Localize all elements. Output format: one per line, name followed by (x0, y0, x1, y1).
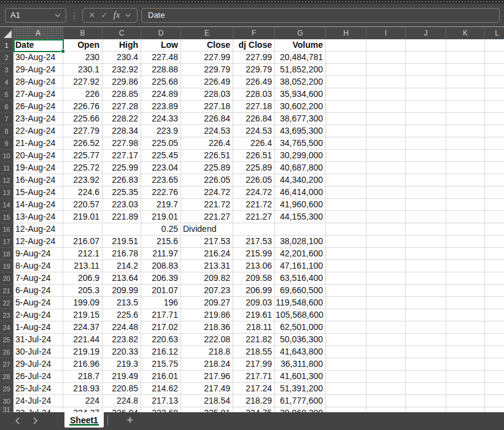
cell-A20[interactable]: 7-Aug-24 (14, 272, 63, 285)
cell-D21[interactable]: 201.07 (141, 285, 181, 297)
cell-C28[interactable]: 219.49 (103, 370, 141, 383)
cell-F27[interactable]: 217.99 (233, 358, 275, 370)
cell-B18[interactable]: 212.1 (63, 248, 103, 260)
cell-I25[interactable] (366, 334, 406, 346)
cell-I9[interactable] (366, 137, 406, 150)
cell-D29[interactable]: 214.62 (141, 383, 181, 395)
cell-A7[interactable]: 23-Aug-24 (14, 113, 63, 125)
cell-A5[interactable]: 27-Aug-24 (14, 88, 63, 101)
cell-A12[interactable]: 16-Aug-24 (14, 174, 63, 186)
cell-I5[interactable] (366, 88, 406, 101)
cell-E7[interactable]: 226.84 (181, 113, 233, 125)
column-header-L[interactable]: L (485, 27, 504, 39)
cell-H20[interactable] (326, 272, 366, 285)
cell-J9[interactable] (406, 137, 446, 150)
cell-F19[interactable]: 213.06 (233, 260, 275, 272)
cell-D7[interactable]: 224.33 (141, 113, 181, 125)
cell-E20[interactable]: 209.82 (181, 272, 233, 285)
cell-C31[interactable]: 226.94 (103, 407, 141, 412)
cell-J3[interactable] (406, 64, 446, 76)
cell-H30[interactable] (326, 395, 366, 407)
cell-J8[interactable] (406, 125, 446, 137)
cell-K29[interactable] (446, 383, 485, 395)
cell-I14[interactable] (366, 199, 406, 211)
cell-L13[interactable] (485, 186, 504, 199)
cell-L8[interactable] (485, 125, 504, 137)
cell-F6[interactable]: 227.18 (233, 101, 275, 113)
cell-I4[interactable] (366, 76, 406, 88)
row-header-16[interactable]: 16 (0, 223, 14, 236)
cell-D16[interactable]: 0.25 (141, 223, 181, 236)
cell-A14[interactable]: 14-Aug-24 (14, 199, 63, 211)
cell-A2[interactable]: 30-Aug-24 (14, 52, 63, 64)
cell-K20[interactable] (446, 272, 485, 285)
cell-B8[interactable]: 227.79 (63, 125, 103, 137)
cell-I19[interactable] (366, 260, 406, 272)
cell-A15[interactable]: 13-Aug-24 (14, 211, 63, 223)
cell-H8[interactable] (326, 125, 366, 137)
cell-I29[interactable] (366, 383, 406, 395)
cell-K27[interactable] (446, 358, 485, 370)
cell-H17[interactable] (326, 236, 366, 248)
cell-L5[interactable] (485, 88, 504, 101)
cell-D5[interactable]: 224.89 (141, 88, 181, 101)
cell-B15[interactable]: 219.01 (63, 211, 103, 223)
chevron-down-icon[interactable] (55, 13, 61, 17)
cell-I31[interactable] (366, 407, 406, 412)
cell-G13[interactable]: 46,414,000 (275, 186, 326, 199)
cell-B26[interactable]: 219.19 (63, 346, 103, 358)
cell-G17[interactable]: 38,028,100 (275, 236, 326, 248)
cell-I7[interactable] (366, 113, 406, 125)
cell-J23[interactable] (406, 309, 446, 321)
cell-K23[interactable] (446, 309, 485, 321)
cell-F5[interactable]: 228.03 (233, 88, 275, 101)
cell-K3[interactable] (446, 64, 485, 76)
cell-F15[interactable]: 221.27 (233, 211, 275, 223)
cell-D12[interactable]: 223.65 (141, 174, 181, 186)
row-header-21[interactable]: 21 (0, 285, 14, 297)
row-header-1[interactable]: 1 (0, 39, 14, 52)
cell-B4[interactable]: 227.92 (63, 76, 103, 88)
tab-sheet1[interactable]: Sheet1 (64, 412, 104, 428)
cell-E26[interactable]: 218.8 (181, 346, 233, 358)
row-header-24[interactable]: 24 (0, 321, 14, 334)
cell-L21[interactable] (485, 285, 504, 297)
cell-F7[interactable]: 226.84 (233, 113, 275, 125)
cell-G8[interactable]: 43,695,300 (275, 125, 326, 137)
cell-C26[interactable]: 220.33 (103, 346, 141, 358)
cell-K13[interactable] (446, 186, 485, 199)
cell-C18[interactable]: 216.78 (103, 248, 141, 260)
cell-F31[interactable]: 224.75 (233, 407, 275, 412)
cell-A13[interactable]: 15-Aug-24 (14, 186, 63, 199)
cell-G5[interactable]: 35,934,600 (275, 88, 326, 101)
cell-J2[interactable] (406, 52, 446, 64)
cell-A17[interactable]: 12-Aug-24 (14, 236, 63, 248)
cell-H24[interactable] (326, 321, 366, 334)
cell-C12[interactable]: 226.83 (103, 174, 141, 186)
insert-function-icon[interactable]: fx (114, 10, 120, 20)
cell-H9[interactable] (326, 137, 366, 150)
cell-I26[interactable] (366, 346, 406, 358)
row-header-2[interactable]: 2 (0, 52, 14, 64)
cell-A26[interactable]: 30-Jul-24 (14, 346, 63, 358)
cell-B10[interactable]: 225.77 (63, 150, 103, 162)
cell-I8[interactable] (366, 125, 406, 137)
row-header-31[interactable]: 31 (0, 407, 14, 412)
cell-B28[interactable]: 218.7 (63, 370, 103, 383)
cell-J7[interactable] (406, 113, 446, 125)
cell-H31[interactable] (326, 407, 366, 412)
cell-I16[interactable] (366, 223, 406, 236)
cell-D30[interactable]: 217.13 (141, 395, 181, 407)
cell-F17[interactable]: 217.53 (233, 236, 275, 248)
cell-D31[interactable]: 222.68 (141, 407, 181, 412)
cell-D27[interactable]: 215.75 (141, 358, 181, 370)
cell-C30[interactable]: 224.8 (103, 395, 141, 407)
cell-K7[interactable] (446, 113, 485, 125)
cell-K10[interactable] (446, 150, 485, 162)
cell-B22[interactable]: 199.09 (63, 297, 103, 309)
cell-F29[interactable]: 217.24 (233, 383, 275, 395)
enter-icon[interactable]: ✓ (101, 11, 108, 19)
row-header-25[interactable]: 25 (0, 334, 14, 346)
cell-F20[interactable]: 209.58 (233, 272, 275, 285)
cell-I10[interactable] (366, 150, 406, 162)
